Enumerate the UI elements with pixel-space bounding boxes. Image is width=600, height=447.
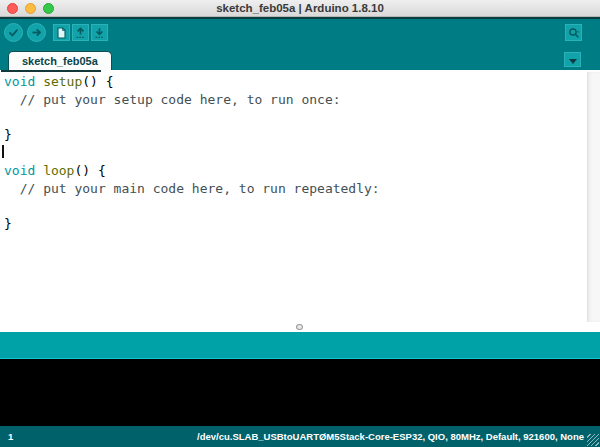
open-button[interactable]: [72, 24, 89, 41]
code-editor[interactable]: void setup() { // put your setup code he…: [0, 70, 600, 322]
code-line: }: [4, 126, 600, 144]
code-line: void loop() {: [4, 162, 600, 180]
zoom-button[interactable]: [43, 3, 54, 14]
tab-bar: sketch_feb05a: [0, 48, 600, 70]
code-line: void setup() {: [4, 73, 600, 91]
active-tab-shadow: [1, 70, 101, 72]
tab-sketch-feb05a[interactable]: sketch_feb05a: [8, 51, 112, 70]
comment-token: // put your setup code here, to run once…: [4, 92, 341, 107]
editor-scrollbar[interactable]: [587, 72, 600, 322]
document-icon: [56, 27, 67, 39]
arduino-ide-window: sketch_feb05a | Arduino 1.8.10 sketch_fe…: [0, 0, 600, 447]
function-token: setup: [43, 74, 82, 89]
serial-monitor-button[interactable]: [565, 24, 582, 41]
magnifier-icon: [568, 27, 580, 39]
save-button[interactable]: [91, 24, 108, 41]
console-output[interactable]: [0, 359, 600, 426]
line-number: 1: [8, 431, 13, 442]
code-line: [4, 109, 600, 127]
comment-token: // put your main code here, to run repea…: [4, 181, 380, 196]
toolbar: [0, 19, 600, 48]
tab-list-button[interactable]: [564, 52, 581, 67]
code-line: [4, 198, 600, 216]
code-line: }: [4, 215, 600, 233]
upload-button[interactable]: [27, 23, 46, 42]
text-caret: [2, 145, 4, 158]
traffic-lights: [7, 3, 54, 14]
window-title: sketch_feb05a | Arduino 1.8.10: [216, 2, 384, 14]
keyword-token: void: [4, 163, 35, 178]
arrow-up-icon: [75, 27, 86, 39]
check-icon: [8, 27, 19, 38]
code-line: [4, 144, 600, 162]
code-area: void setup() { // put your setup code he…: [0, 70, 600, 233]
splitter: [0, 322, 600, 332]
arrow-right-icon: [31, 27, 42, 38]
arrow-down-icon: [94, 27, 105, 39]
minimize-button[interactable]: [25, 3, 36, 14]
function-token: loop: [43, 163, 74, 178]
chevron-down-icon: [568, 51, 578, 69]
tab-label: sketch_feb05a: [22, 55, 98, 67]
resize-grip-icon[interactable]: [587, 434, 599, 446]
code-line: // put your setup code here, to run once…: [4, 91, 600, 109]
status-footer: 1 /dev/cu.SLAB_USBtoUARTØM5Stack-Core-ES…: [0, 426, 600, 447]
board-port-info: /dev/cu.SLAB_USBtoUARTØM5Stack-Core-ESP3…: [197, 431, 584, 442]
status-strip: [0, 332, 600, 359]
code-line: // put your main code here, to run repea…: [4, 180, 600, 198]
close-button[interactable]: [7, 3, 18, 14]
titlebar: sketch_feb05a | Arduino 1.8.10: [0, 0, 600, 17]
splitter-grip[interactable]: [296, 324, 303, 330]
verify-button[interactable]: [4, 23, 23, 42]
new-sketch-button[interactable]: [53, 24, 70, 41]
keyword-token: void: [4, 74, 35, 89]
